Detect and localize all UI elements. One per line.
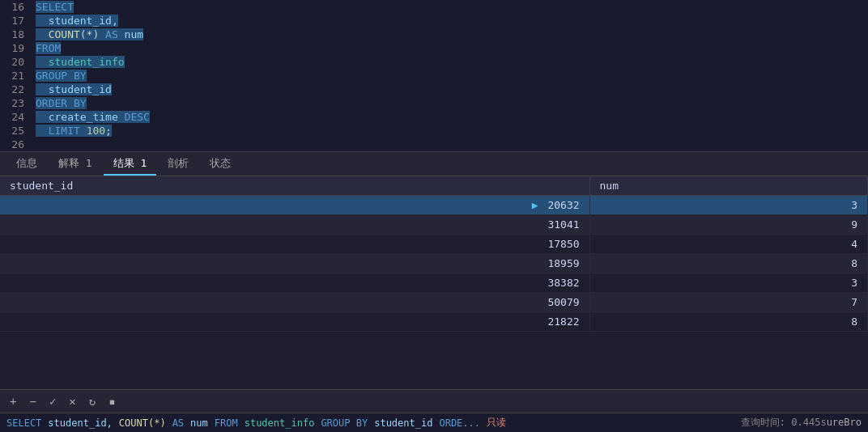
line-number: 26	[0, 138, 32, 151]
results-area[interactable]: student_id num ▶ 20632331041917850418959…	[0, 176, 868, 389]
line-number: 22	[0, 83, 32, 96]
code-line-18: 18 COUNT(*) AS num	[0, 28, 868, 41]
tab-explain[interactable]: 解释 1	[49, 153, 102, 176]
line-content	[32, 138, 868, 151]
line-number: 19	[0, 41, 32, 55]
code-line-20: 20 student_info	[0, 55, 868, 69]
table-row[interactable]: 383823	[0, 273, 868, 293]
code-line-19: 19 FROM	[0, 41, 868, 55]
table-row[interactable]: 500797	[0, 293, 868, 312]
line-content: GROUP BY	[32, 69, 868, 83]
add-row-button[interactable]: +	[6, 393, 19, 409]
line-number: 18	[0, 28, 32, 41]
tabs-bar: 信息 解释 1 结果 1 剖析 状态	[0, 152, 868, 176]
table-row[interactable]: 189598	[0, 254, 868, 273]
cancel-button[interactable]: ✕	[66, 393, 79, 409]
code-line-21: 21 GROUP BY	[0, 69, 868, 83]
line-number: 20	[0, 55, 32, 69]
code-lines: 16 SELECT 17 student_id, 18 COUNT(*) AS …	[0, 0, 868, 151]
line-content: SELECT	[32, 0, 868, 14]
tab-profile[interactable]: 剖析	[158, 153, 198, 176]
line-content: student_info	[32, 55, 868, 69]
cell-student-id: 18959	[0, 254, 589, 273]
col-header-num: num	[589, 176, 867, 196]
code-line-22: 22 student_id	[0, 83, 868, 96]
status-count: COUNT(*)	[119, 417, 166, 429]
cell-student-id: ▶ 20632	[0, 196, 589, 215]
cell-student-id: 50079	[0, 293, 589, 312]
cell-num: 7	[589, 293, 867, 312]
line-content: ORDER BY	[32, 96, 868, 110]
cell-student-id: 38382	[0, 273, 589, 293]
table-row[interactable]: 310419	[0, 215, 868, 235]
confirm-button[interactable]: ✓	[46, 393, 59, 409]
cell-num: 8	[589, 254, 867, 273]
table-row[interactable]: 178504	[0, 235, 868, 254]
line-number: 25	[0, 124, 32, 138]
line-content: LIMIT 100;	[32, 124, 868, 138]
cell-student-id: 31041	[0, 215, 589, 235]
line-number: 21	[0, 69, 32, 83]
code-editor[interactable]: 16 SELECT 17 student_id, 18 COUNT(*) AS …	[0, 0, 868, 152]
status-groupby-field: student_id	[374, 417, 432, 429]
bottom-toolbar: + − ✓ ✕ ↻ ▪	[0, 389, 868, 413]
col-header-student-id: student_id	[0, 176, 589, 196]
status-bar: SELECT student_id, COUNT(*) AS num FROM …	[0, 413, 868, 432]
refresh-button[interactable]: ↻	[86, 393, 99, 409]
line-number: 23	[0, 96, 32, 110]
status-from: FROM	[215, 417, 238, 429]
code-line-16: 16 SELECT	[0, 0, 868, 14]
table-row[interactable]: ▶ 206323	[0, 196, 868, 215]
readonly-badge: 只读	[487, 416, 506, 430]
cell-num: 3	[589, 196, 867, 215]
tab-result1[interactable]: 结果 1	[104, 153, 157, 176]
line-content: FROM	[32, 41, 868, 55]
code-line-23: 23 ORDER BY	[0, 96, 868, 110]
cell-student-id: 17850	[0, 235, 589, 254]
table-row[interactable]: 218228	[0, 312, 868, 332]
line-number: 24	[0, 110, 32, 124]
status-select: SELECT	[6, 417, 41, 429]
tab-status[interactable]: 状态	[200, 153, 240, 176]
code-line-24: 24 create_time DESC	[0, 110, 868, 124]
line-content: COUNT(*) AS num	[32, 28, 868, 41]
line-content: student_id	[32, 83, 868, 96]
status-as: AS	[172, 417, 184, 429]
code-line-26: 26	[0, 138, 868, 151]
status-table: student_info	[245, 417, 315, 429]
status-orderby: ORDE...	[439, 417, 480, 429]
status-groupby: GROUP BY	[321, 417, 368, 429]
status-query-time: 查询时间: 0.445sureBro	[741, 416, 862, 430]
code-line-25: 25 LIMIT 100;	[0, 124, 868, 138]
cell-num: 4	[589, 235, 867, 254]
result-table: student_id num ▶ 20632331041917850418959…	[0, 176, 868, 332]
stop-button[interactable]: ▪	[105, 393, 118, 409]
cell-num: 3	[589, 273, 867, 293]
table-header-row: student_id num	[0, 176, 868, 196]
cell-num: 9	[589, 215, 867, 235]
status-sql: SELECT student_id, COUNT(*) AS num FROM …	[6, 416, 506, 430]
cell-student-id: 21822	[0, 312, 589, 332]
line-number: 16	[0, 0, 32, 14]
remove-row-button[interactable]: −	[26, 393, 39, 409]
line-content: student_id,	[32, 14, 868, 28]
tab-info[interactable]: 信息	[6, 153, 47, 176]
line-number: 17	[0, 14, 32, 28]
cell-num: 8	[589, 312, 867, 332]
code-line-17: 17 student_id,	[0, 14, 868, 28]
status-alias: num	[190, 417, 208, 429]
line-content: create_time DESC	[32, 110, 868, 124]
status-field: student_id,	[48, 417, 112, 429]
